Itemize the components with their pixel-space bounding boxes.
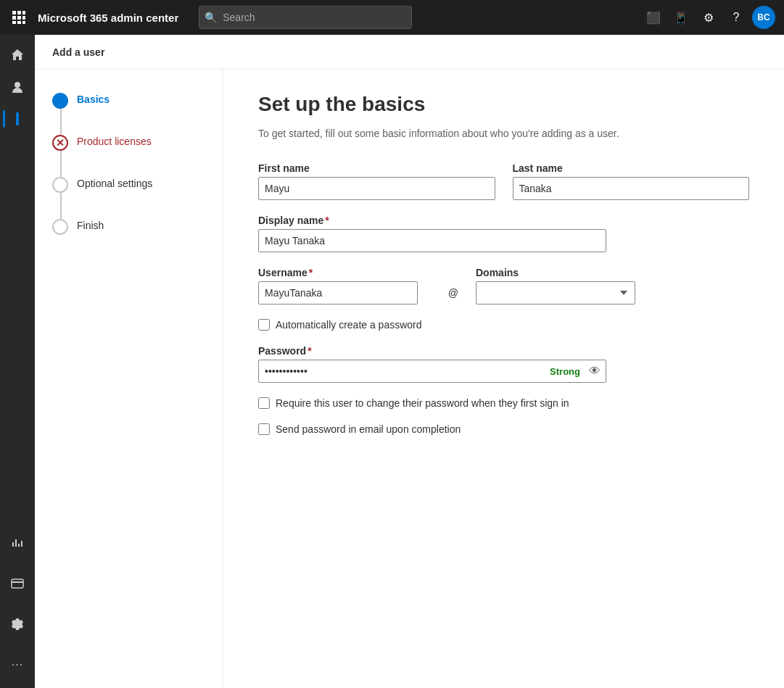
sidebar-item-more[interactable]: ···	[3, 650, 32, 679]
require-change-row: Require this user to change their passwo…	[258, 397, 749, 409]
require-change-checkbox[interactable]	[258, 397, 270, 409]
svg-rect-11	[12, 579, 23, 588]
password-strength: Strong	[550, 366, 580, 377]
require-change-label: Require this user to change their passwo…	[276, 397, 569, 409]
display-name-label: Display name*	[258, 215, 606, 226]
app-title: Microsoft 365 admin center	[38, 12, 178, 24]
form-panel: Set up the basics To get started, fill o…	[223, 70, 784, 688]
video-icon[interactable]: ⬛	[642, 6, 665, 29]
breadcrumb: Add a user	[52, 46, 104, 58]
name-row: First name Last name	[258, 162, 749, 200]
domains-select[interactable]	[476, 281, 635, 304]
step-circle-optional-settings	[52, 177, 68, 193]
svg-rect-1	[17, 11, 21, 14]
username-input[interactable]	[258, 281, 418, 304]
page-title: Set up the basics	[258, 93, 749, 116]
svg-rect-0	[12, 11, 16, 14]
send-password-checkbox[interactable]	[258, 423, 270, 435]
sidebar: ···	[0, 35, 35, 688]
first-name-label: First name	[258, 162, 495, 174]
first-name-group: First name	[258, 162, 495, 200]
username-label: Username*	[258, 267, 431, 278]
content-area: Add a user Basics ✕ Product licenses	[35, 35, 784, 688]
svg-rect-2	[22, 11, 25, 14]
auto-password-checkbox[interactable]	[258, 319, 270, 331]
step-label-basics: Basics	[77, 93, 110, 105]
svg-rect-6	[12, 21, 16, 24]
display-name-input[interactable]	[258, 229, 606, 252]
topbar: Microsoft 365 admin center 🔍 ⬛ 📱 ⚙ ? BC	[0, 0, 784, 35]
search-input[interactable]	[199, 6, 411, 29]
at-symbol: @	[448, 287, 458, 299]
svg-rect-4	[17, 16, 21, 20]
send-password-label: Send password in email upon completion	[276, 423, 461, 435]
step-label-optional-settings: Optional settings	[77, 177, 152, 189]
step-connector-1	[60, 109, 62, 135]
svg-rect-8	[22, 21, 25, 24]
auto-password-label: Automatically create a password	[276, 319, 422, 331]
breadcrumb-bar: Add a user	[35, 35, 784, 70]
display-name-row: Display name*	[258, 215, 749, 252]
steps-panel: Basics ✕ Product licenses Optional setti…	[35, 70, 223, 688]
step-product-licenses: ✕ Product licenses	[52, 135, 205, 151]
waffle-menu-button[interactable]	[9, 7, 29, 28]
sidebar-item-home[interactable]	[3, 41, 32, 70]
auto-password-row: Automatically create a password	[258, 319, 749, 331]
first-name-input[interactable]	[258, 177, 495, 200]
domains-group: Domains	[476, 267, 635, 304]
sidebar-item-analytics[interactable]	[3, 529, 32, 558]
username-group: Username*	[258, 267, 431, 304]
step-circle-product-licenses: ✕	[52, 135, 68, 151]
sidebar-item-settings[interactable]	[3, 610, 32, 639]
display-name-group: Display name*	[258, 215, 606, 252]
form-description: To get started, fill out some basic info…	[258, 128, 749, 139]
step-basics: Basics	[52, 93, 205, 109]
password-section: Password* Strong 👁	[258, 345, 749, 383]
mobile-icon[interactable]: 📱	[669, 6, 693, 29]
avatar[interactable]: BC	[752, 6, 775, 29]
sidebar-item-billing[interactable]	[3, 569, 32, 598]
search-icon: 🔍	[205, 12, 217, 23]
svg-rect-7	[17, 21, 21, 24]
svg-rect-10	[16, 112, 19, 125]
password-visibility-toggle[interactable]: 👁	[589, 365, 601, 378]
svg-rect-3	[12, 16, 16, 20]
password-field-wrap: Strong 👁	[258, 360, 606, 383]
help-icon[interactable]: ?	[725, 6, 748, 29]
step-circle-finish	[52, 219, 68, 235]
step-connector-2	[60, 151, 62, 177]
step-label-finish: Finish	[77, 219, 104, 231]
domains-label: Domains	[476, 267, 635, 278]
page-content: Basics ✕ Product licenses Optional setti…	[35, 70, 784, 688]
username-domains-row: Username* @ Domains	[258, 267, 635, 304]
svg-point-9	[15, 82, 20, 88]
sidebar-item-users[interactable]	[3, 72, 32, 101]
search-bar: 🔍	[199, 6, 411, 29]
last-name-input[interactable]	[513, 177, 750, 200]
password-label: Password*	[258, 345, 749, 357]
step-label-product-licenses: Product licenses	[77, 135, 152, 147]
step-connector-3	[60, 193, 62, 219]
svg-rect-5	[22, 16, 25, 20]
last-name-group: Last name	[513, 162, 750, 200]
settings-icon[interactable]: ⚙	[697, 6, 720, 29]
step-circle-basics	[52, 93, 68, 109]
step-finish: Finish	[52, 219, 205, 235]
sidebar-item-active[interactable]	[3, 104, 32, 133]
send-password-row: Send password in email upon completion	[258, 423, 749, 435]
last-name-label: Last name	[513, 162, 750, 174]
topbar-icons: ⬛ 📱 ⚙ ? BC	[642, 6, 775, 29]
main-layout: ··· Add a user Basics ✕ Product licenses	[0, 35, 784, 688]
step-optional-settings: Optional settings	[52, 177, 205, 193]
svg-rect-12	[12, 581, 23, 583]
